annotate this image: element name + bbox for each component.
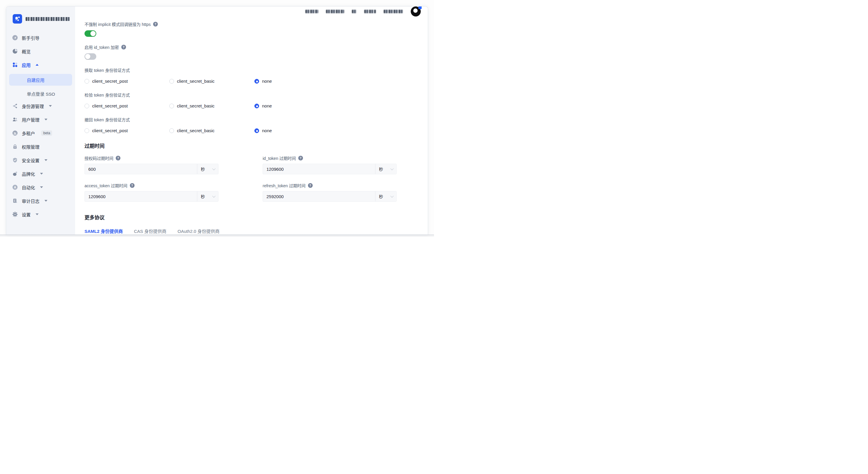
sidebar-item-automation[interactable]: A 自动化 xyxy=(9,183,72,192)
chevron-down-icon xyxy=(44,159,48,161)
radio-client-secret-post[interactable]: client_secret_post xyxy=(85,103,169,108)
toggle-knob xyxy=(85,54,90,59)
tab-oauth2-idp[interactable]: OAuth2.0 身份提供商 xyxy=(178,228,220,235)
help-icon[interactable]: ? xyxy=(130,183,134,188)
sidebar-item-label: 多租户 xyxy=(22,130,35,136)
chevron-down-icon xyxy=(36,214,38,215)
sidebar-item-audit-logs[interactable]: 审计日志 xyxy=(9,196,72,205)
help-icon[interactable]: ? xyxy=(298,156,303,160)
svg-text:A: A xyxy=(14,186,16,189)
radio-client-secret-basic[interactable]: client_secret_basic xyxy=(169,78,254,84)
radio-icon xyxy=(85,128,89,133)
help-icon[interactable]: ? xyxy=(308,183,313,188)
radio-none[interactable]: none xyxy=(254,128,401,133)
sidebar-item-security-settings[interactable]: 安全设置 xyxy=(9,156,72,165)
lock-icon xyxy=(12,144,18,150)
chevron-up-icon xyxy=(36,64,38,66)
sidebar-item-overview[interactable]: 概览 xyxy=(9,47,72,56)
tab-saml2-idp[interactable]: SAML2 身份提供商 xyxy=(85,228,123,235)
group-label: 撤回 token 身份验证方式 xyxy=(85,117,130,123)
users-icon xyxy=(12,117,18,123)
sidebar-item-identity-sources[interactable]: 身份源管理 xyxy=(9,102,72,110)
unit-select[interactable]: 秒 xyxy=(375,164,396,174)
radio-icon-checked xyxy=(254,79,259,84)
sidebar-item-multi-tenant[interactable]: 多租户 beta xyxy=(9,129,72,137)
user-avatar[interactable] xyxy=(411,6,421,17)
chevron-down-icon xyxy=(44,200,48,202)
topbar-link-redacted[interactable] xyxy=(364,10,376,13)
sidebar-item-label: 自动化 xyxy=(22,184,35,190)
chevron-down-icon xyxy=(40,173,43,175)
page: 新手引导 概览 应用 自建应用 xyxy=(0,0,434,237)
share-icon xyxy=(12,103,18,109)
help-icon[interactable]: ? xyxy=(121,45,126,50)
field-refresh-token-expiry: refresh_token 过期时间 ? 秒 xyxy=(262,183,397,202)
sidebar-item-user-management[interactable]: 用户管理 xyxy=(9,115,72,124)
toggle-label-row: 启用 id_token 加密 ? xyxy=(85,44,401,50)
workspace-logo-icon xyxy=(13,14,22,24)
automation-icon: A xyxy=(12,184,18,190)
pie-chart-icon xyxy=(12,48,18,54)
sidebar-item-sso[interactable]: 单点登录 SSO xyxy=(9,89,72,98)
window-bottom-shadow xyxy=(0,234,434,237)
sidebar-item-label: 设置 xyxy=(22,211,31,218)
sidebar: 新手引导 概览 应用 自建应用 xyxy=(6,6,75,235)
chevron-down-icon xyxy=(44,119,48,120)
access-token-expiry-input[interactable] xyxy=(85,191,197,201)
idtoken-encrypt-toggle[interactable] xyxy=(85,53,96,60)
sidebar-item-label: 审计日志 xyxy=(22,198,39,204)
sidebar-item-applications[interactable]: 应用 xyxy=(9,60,72,69)
unit-select[interactable]: 秒 xyxy=(197,191,218,201)
sidebar-item-onboarding[interactable]: 新手引导 xyxy=(9,33,72,42)
tab-cas-idp[interactable]: CAS 身份提供商 xyxy=(134,228,166,235)
radio-client-secret-post[interactable]: client_secret_post xyxy=(85,78,169,84)
sidebar-item-permissions[interactable]: 权限管理 xyxy=(9,142,72,151)
field-auth-code-expiry: 授权码过期时间 ? 秒 xyxy=(85,155,218,174)
id-token-expiry-input[interactable] xyxy=(263,164,375,174)
radio-icon xyxy=(85,79,89,84)
section-heading-more-protocols: 更多协议 xyxy=(85,214,401,221)
sidebar-item-self-built-apps[interactable]: 自建应用 xyxy=(9,74,72,86)
chevron-down-icon xyxy=(40,186,43,188)
chevron-down-icon xyxy=(212,194,216,197)
sidebar-item-label: 安全设置 xyxy=(22,157,39,163)
refresh-token-expiry-input[interactable] xyxy=(263,191,375,201)
app-window: 新手引导 概览 应用 自建应用 xyxy=(6,6,428,235)
field-label: 启用 id_token 加密 xyxy=(85,44,119,50)
workspace-logo-row xyxy=(6,14,75,24)
sidebar-item-label: 权限管理 xyxy=(22,144,39,150)
field-access-token-expiry: access_token 过期时间 ? 秒 xyxy=(85,183,218,202)
radio-none[interactable]: none xyxy=(254,78,401,84)
settings-form: 不强制 implicit 模式回调链接为 https ? 启用 id_token… xyxy=(75,17,428,235)
radio-icon-checked xyxy=(254,104,259,108)
help-icon[interactable]: ? xyxy=(116,156,120,160)
topbar-link-redacted[interactable] xyxy=(326,10,344,13)
unit-select[interactable]: 秒 xyxy=(375,191,396,201)
chevron-down-icon xyxy=(391,194,394,197)
topbar-link-redacted[interactable] xyxy=(305,10,318,13)
sidebar-item-settings[interactable]: 设置 xyxy=(9,210,72,219)
apps-icon xyxy=(12,62,18,68)
radio-none[interactable]: none xyxy=(254,103,401,108)
auth-code-expiry-input[interactable] xyxy=(85,164,197,174)
sidebar-item-label: 新手引导 xyxy=(22,35,39,41)
help-icon[interactable]: ? xyxy=(153,22,158,27)
main-panel: 不强制 implicit 模式回调链接为 https ? 启用 id_token… xyxy=(75,6,428,235)
field-label: refresh_token 过期时间 xyxy=(262,183,306,188)
topbar-link-redacted[interactable] xyxy=(352,10,356,13)
sidebar-item-label: 应用 xyxy=(22,62,31,68)
sidebar-item-label: 概览 xyxy=(22,48,31,55)
sidebar-item-label: 自建应用 xyxy=(27,77,44,83)
shield-icon xyxy=(12,157,18,163)
sidebar-item-branding[interactable]: 品牌化 xyxy=(9,169,72,178)
workspace-name-redacted xyxy=(26,17,70,21)
section-heading-expiration: 过期时间 xyxy=(85,142,401,149)
radio-icon xyxy=(85,104,89,108)
radio-client-secret-basic[interactable]: client_secret_basic xyxy=(169,103,254,108)
radio-client-secret-basic[interactable]: client_secret_basic xyxy=(169,128,254,133)
beta-badge: beta xyxy=(41,130,52,136)
topbar-link-redacted[interactable] xyxy=(384,10,403,13)
unit-select[interactable]: 秒 xyxy=(197,164,218,174)
https-enforce-toggle[interactable] xyxy=(85,30,96,37)
radio-client-secret-post[interactable]: client_secret_post xyxy=(85,128,169,133)
